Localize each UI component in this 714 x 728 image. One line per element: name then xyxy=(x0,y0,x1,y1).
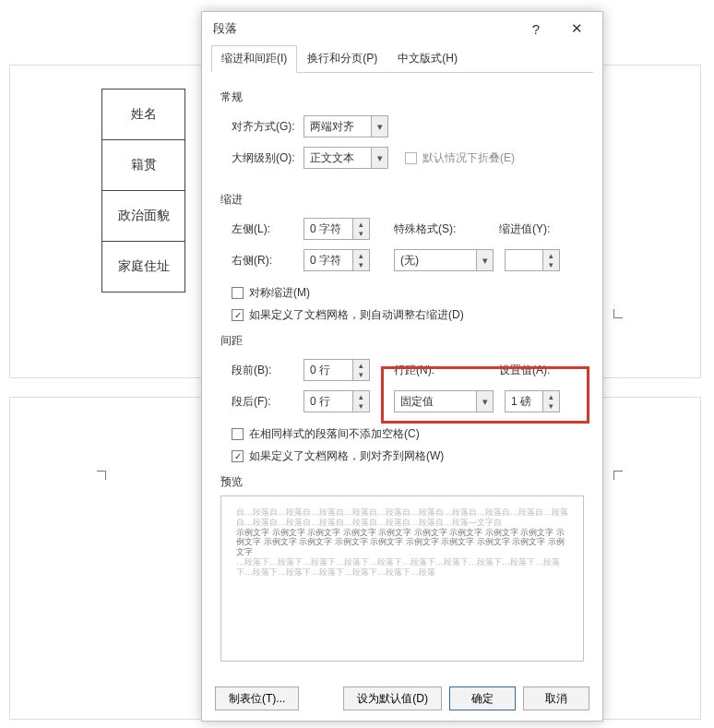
space-before-spinner[interactable]: 0 行 xyxy=(303,359,370,381)
close-button[interactable]: ✕ xyxy=(556,16,597,42)
help-button[interactable]: ? xyxy=(516,16,556,42)
space-after-label: 段后(F): xyxy=(232,394,303,410)
crop-mark-icon xyxy=(97,471,106,480)
cancel-button[interactable]: 取消 xyxy=(523,686,589,710)
section-general: 常规 xyxy=(220,90,584,105)
crop-mark-icon xyxy=(613,309,623,318)
chevron-down-icon xyxy=(371,116,387,137)
dialog-title: 段落 xyxy=(213,20,237,37)
section-preview: 预览 xyxy=(220,474,584,490)
special-label: 特殊格式(S): xyxy=(394,221,471,237)
spacing-at-spinner[interactable]: 1 磅 xyxy=(505,390,560,412)
section-indent: 缩进 xyxy=(220,192,584,208)
line-spacing-label: 行距(N): xyxy=(394,363,471,378)
space-before-label: 段前(B): xyxy=(232,363,303,378)
indent-by-label: 缩进值(Y): xyxy=(499,221,550,237)
background-table: 姓名 籍贯 政治面貌 家庭住址 xyxy=(101,89,185,292)
indent-right-spinner[interactable]: 0 字符 xyxy=(303,249,370,271)
dialog-footer: 制表位(T)... 设为默认值(D) 确定 取消 xyxy=(202,676,602,721)
table-cell: 家庭住址 xyxy=(102,242,185,292)
spacing-at-label: 设置值(A): xyxy=(499,363,550,378)
dialog-tabs: 缩进和间距(I) 换行和分页(P) 中文版式(H) xyxy=(211,45,593,73)
mirror-indent-checkbox[interactable]: 对称缩进(M) xyxy=(232,281,584,304)
chevron-down-icon xyxy=(476,391,493,412)
space-after-spinner[interactable]: 0 行 xyxy=(303,390,370,412)
tab-line-page-breaks[interactable]: 换行和分页(P) xyxy=(297,45,387,73)
chevron-down-icon xyxy=(371,148,387,168)
indent-left-spinner[interactable]: 0 字符 xyxy=(303,218,370,240)
tab-asian-typography[interactable]: 中文版式(H) xyxy=(387,45,468,73)
outline-level-select[interactable]: 正文文本 xyxy=(303,147,388,169)
line-spacing-select[interactable]: 固定值 xyxy=(394,390,494,412)
tab-indent-spacing[interactable]: 缩进和间距(I) xyxy=(211,45,297,73)
tabstops-button[interactable]: 制表位(T)... xyxy=(215,686,299,710)
chevron-down-icon xyxy=(476,250,493,270)
table-cell: 姓名 xyxy=(102,90,185,140)
table-cell: 籍贯 xyxy=(102,140,185,191)
section-spacing: 间距 xyxy=(220,333,584,349)
indent-by-spinner[interactable] xyxy=(505,249,560,271)
outline-level-label: 大纲级别(O): xyxy=(232,150,303,166)
alignment-select[interactable]: 两端对齐 xyxy=(303,115,388,137)
collapse-checkbox[interactable]: 默认情况下折叠(E) xyxy=(405,147,515,169)
table-cell: 政治面貌 xyxy=(102,191,185,242)
crop-mark-icon xyxy=(613,471,623,480)
indent-left-label: 左侧(L): xyxy=(232,221,303,237)
no-space-same-style-checkbox[interactable]: 在相同样式的段落间不添加空格(C) xyxy=(232,423,584,445)
dialog-titlebar: 段落 ? ✕ xyxy=(202,12,602,45)
set-default-button[interactable]: 设为默认值(D) xyxy=(343,686,442,710)
ok-button[interactable]: 确定 xyxy=(449,686,516,710)
alignment-label: 对齐方式(G): xyxy=(232,119,303,135)
dialog-body: 常规 对齐方式(G): 两端对齐 大纲级别(O): 正文文本 默认情况下折叠(E… xyxy=(202,73,602,676)
auto-adjust-right-indent-checkbox[interactable]: 如果定义了文档网格，则自动调整右缩进(D) xyxy=(232,304,584,326)
special-select[interactable]: (无) xyxy=(394,249,494,271)
snap-to-grid-checkbox[interactable]: 如果定义了文档网格，则对齐到网格(W) xyxy=(232,445,584,467)
preview-box: 自…段落自…段落自…段落自…段落自…段落自…段落自…段落自…段落自…段落自…段落… xyxy=(220,495,584,662)
indent-right-label: 右侧(R): xyxy=(232,253,303,269)
paragraph-dialog: 段落 ? ✕ 缩进和间距(I) 换行和分页(P) 中文版式(H) 常规 对齐方式… xyxy=(201,11,603,722)
